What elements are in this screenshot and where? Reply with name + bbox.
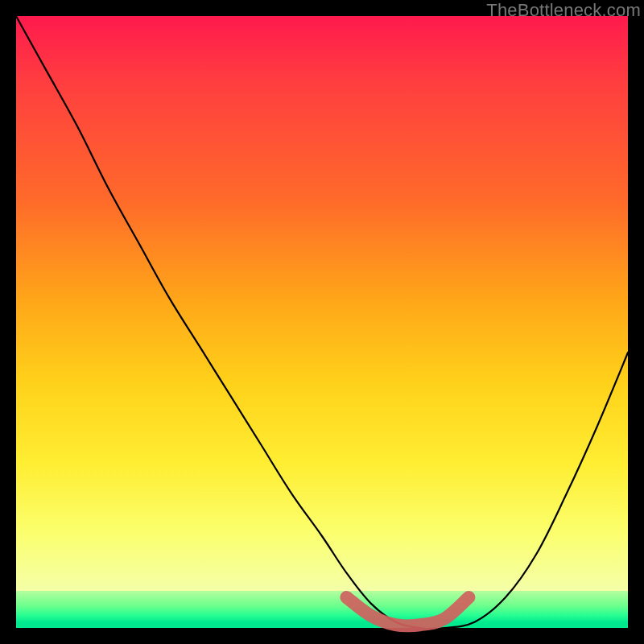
curve-layer — [16, 16, 628, 628]
sweet-spot-band — [346, 597, 469, 626]
chart-frame — [16, 16, 628, 628]
bottleneck-curve — [16, 16, 628, 629]
chart-stage: TheBottleneck.com — [0, 0, 644, 644]
